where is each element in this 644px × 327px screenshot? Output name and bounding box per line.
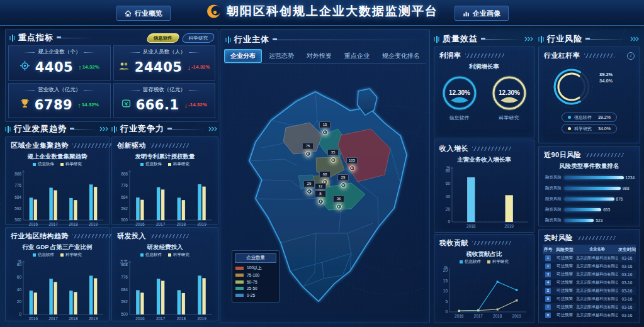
chart-title: 主营业务收入增长率: [434, 156, 534, 164]
info-icon[interactable]: i: [627, 52, 635, 60]
subpanel-header: 研发投入: [112, 228, 218, 242]
row-time: 03-16: [618, 289, 636, 293]
svg-text:2018: 2018: [177, 316, 186, 321]
subpanel-header: 近90日风险: [539, 147, 640, 161]
row-risk-type: 司法预警: [553, 272, 576, 277]
nav-industry-overview-button[interactable]: 行业概览: [116, 6, 171, 21]
row-risk-type: 司法预警: [553, 304, 576, 310]
map-pin[interactable]: 8: [315, 191, 326, 204]
more-arrows-icon[interactable]: [630, 36, 639, 42]
svg-text:2018: 2018: [69, 222, 78, 226]
hbar-row: 融资风险 1234: [543, 172, 635, 183]
legend-color-chip: [235, 267, 244, 270]
industry-competitiveness-header: 行业竞争力: [111, 124, 217, 134]
header-divider: [167, 129, 205, 130]
svg-text:20: 20: [17, 299, 22, 304]
table-row[interactable]: 6司法预警北京启阳卓越科技有限公司03-16: [543, 295, 636, 303]
rd-expense-chart: 研发经费投入信息软件科学研究500592684776868万元201620172…: [112, 243, 218, 323]
chart-legend: 信息软件科学研究: [112, 162, 218, 167]
hbar-label: 融资风险: [543, 196, 562, 202]
row-seq-badge: 3: [545, 272, 551, 277]
map-pin[interactable]: 105: [346, 157, 358, 171]
subpanel-title: 税收贡献: [439, 238, 468, 248]
platform-logo-icon: [206, 4, 221, 19]
section-icon: [225, 36, 231, 43]
table-row[interactable]: 2司法预警北京启阳卓越科技有限公司03-16: [543, 262, 636, 270]
stat-card-body: 4405↑14.32%: [9, 56, 110, 80]
cluster-trend-chart: 规上企业数量集聚趋势信息软件科学研究5005926847768682016201…: [6, 153, 109, 228]
subpanel-header: 区域企业集聚趋势: [6, 137, 109, 152]
map-pin[interactable]: 29: [337, 174, 349, 188]
nav-enterprise-portrait-button[interactable]: 企业画像: [455, 6, 509, 21]
subpanel-title: 行业杠杆率: [544, 51, 580, 60]
tax-contribution-panel: 税收贡献 税收贡献占比信息软件科学研究05101520%201620172018…: [434, 234, 534, 323]
svg-text:2019: 2019: [197, 316, 206, 321]
more-arrows-icon[interactable]: [208, 126, 217, 131]
filter-pill-科学研究[interactable]: 科学研究: [181, 33, 215, 43]
stat-card-delta-value: 14.32%: [82, 64, 99, 70]
row-time: 03-16: [618, 280, 636, 285]
svg-text:15: 15: [443, 279, 448, 283]
pin-value-badge: 12: [315, 183, 326, 190]
arrow-down-icon: ↓: [184, 101, 188, 109]
hatch-decoration: [72, 143, 111, 148]
row-company-name: 北京启阳卓越科技有限公司: [576, 263, 618, 269]
pin-value-badge: 29: [337, 174, 349, 181]
legend-item: 信息软件: [140, 252, 162, 258]
table-row[interactable]: 7司法预警北京启阳卓越科技有限公司03-16: [543, 303, 636, 311]
stat-card-delta-value: -14.32%: [191, 64, 210, 70]
tab-企业分布[interactable]: 企业分布: [224, 49, 262, 63]
svg-text:0: 0: [445, 309, 448, 314]
tab-对外投资[interactable]: 对外投资: [301, 50, 337, 62]
stat-card-value: 4405: [35, 60, 73, 75]
more-arrows-icon[interactable]: [524, 36, 533, 42]
row-company-name: 北京启阳卓越科技有限公司: [576, 288, 618, 294]
donut-ring-svg: 12.30%: [490, 74, 529, 113]
table-row[interactable]: 1司法预警北京启阳卓越科技有限公司03-16: [543, 254, 636, 262]
map-legend-item: 75-100: [235, 273, 276, 277]
svg-text:60: 60: [446, 181, 451, 186]
row-time: 03-16: [618, 305, 636, 309]
chart-title: 利润增长率: [434, 63, 534, 71]
entity-tabbar: 企业分布运营态势对外投资重点企业规企变化排名: [224, 48, 426, 64]
map-pin[interactable]: 15: [319, 121, 330, 135]
donut-group: 12.30% 信息软件 12.30% 科学研究: [434, 74, 534, 121]
tab-规企变化排名[interactable]: 规企变化排名: [376, 50, 426, 62]
quality-benefit-header: 质量效益: [434, 34, 533, 44]
hatch-decoration: [584, 53, 614, 58]
stat-cards-grid: 规上企业数（个）4405↑14.32%从业人员数（人）24405↓-14.32%…: [8, 45, 215, 118]
location-marker-icon: [330, 157, 336, 163]
row-company-name: 北京启阳卓越科技有限公司: [576, 272, 618, 277]
stat-card-body: 6789↑14.32%: [9, 94, 110, 118]
map-pin[interactable]: 35: [327, 149, 339, 163]
stat-card-delta-value: 14.32%: [82, 102, 99, 108]
map-pin[interactable]: 29: [303, 180, 315, 194]
more-arrows-icon[interactable]: [99, 126, 108, 131]
stat-card-1: 从业人员数（人）24405↓-14.32%: [113, 45, 216, 80]
section-title: 重点指标: [18, 32, 54, 43]
filter-pills: 信息软件科学研究: [147, 33, 214, 43]
subpanel-title: 区域企业集聚趋势: [11, 141, 69, 150]
dashboard: 行业概览 朝阳区科创规上企业大数据监测平台 企业画像 重点指标 信息软件科学研究: [0, 0, 644, 327]
hbar-row: 融资风险 523: [543, 215, 635, 226]
pin-value-badge: 75: [302, 143, 314, 150]
map-pin[interactable]: 75: [302, 143, 314, 157]
table-row[interactable]: 3司法预警北京启阳卓越科技有限公司03-16: [543, 270, 636, 279]
table-row[interactable]: 5司法预警北京启阳卓越科技有限公司03-16: [543, 287, 636, 295]
filter-pill-信息软件[interactable]: 信息软件: [146, 33, 180, 43]
pin-value-badge: 15: [319, 121, 330, 128]
tab-重点企业[interactable]: 重点企业: [339, 50, 375, 62]
chart-legend: 信息软件科学研究: [112, 252, 218, 258]
section-title: 行业主体: [234, 34, 269, 45]
gauge-value-2: 34.0%: [599, 78, 613, 84]
pin-value-badge: 105: [346, 157, 358, 164]
bar-chart-svg: 020406080%2016201720182019: [8, 258, 106, 323]
svg-text:0: 0: [19, 312, 21, 316]
hatch-decoration: [150, 234, 189, 238]
map-pin[interactable]: 36: [333, 196, 344, 209]
map-legend-rows: 100以上75-10050-7525-500-25: [235, 265, 276, 297]
table-row[interactable]: 8司法预警北京启阳卓越科技有限公司03-16: [543, 311, 636, 319]
tab-运营态势[interactable]: 运营态势: [263, 50, 300, 62]
table-row[interactable]: 4司法预警北京启阳卓越科技有限公司03-16: [543, 279, 636, 287]
row-seq-badge: 4: [545, 280, 551, 285]
